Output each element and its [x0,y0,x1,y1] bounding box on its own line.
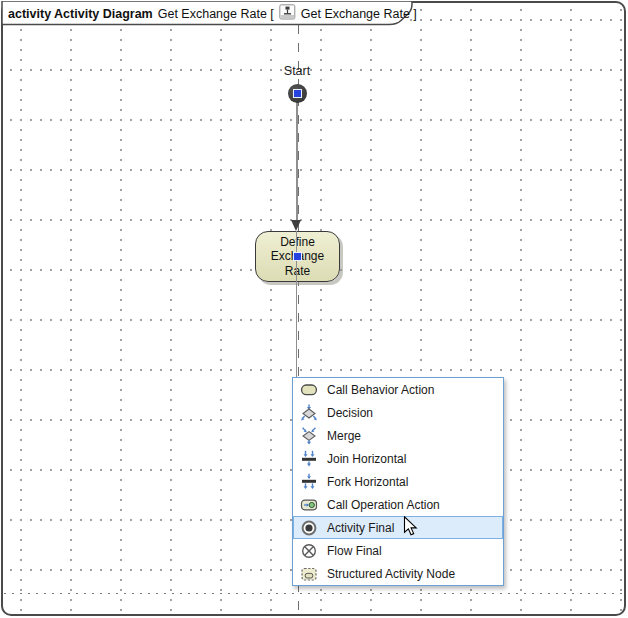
diagram-frame-header[interactable]: activity Activity Diagram Get Exchange R… [1,1,415,26]
call-behavior-action-icon [300,381,318,399]
merge-icon [300,427,318,445]
menu-item-call-behavior-action[interactable]: Call Behavior Action [293,378,503,401]
menu-item-label: Decision [327,406,373,420]
activity-diagram-icon [279,4,296,23]
menu-item-label: Merge [327,429,361,443]
element-type-context-menu: Call Behavior Action Decision [292,377,504,586]
diagram-kind-label: activity Activity Diagram [8,7,153,21]
menu-item-fork-horizontal[interactable]: Fork Horizontal [293,470,503,493]
menu-item-label: Flow Final [327,544,382,558]
control-flow-arrowhead [291,220,301,231]
initial-node-label: Start [267,64,327,78]
call-operation-action-icon [300,496,318,514]
menu-item-label: Join Horizontal [327,452,406,466]
decision-icon [300,404,318,422]
mouse-cursor-icon [403,516,423,542]
selection-handle-action[interactable] [294,253,301,260]
menu-item-flow-final[interactable]: Flow Final [293,539,503,562]
menu-item-decision[interactable]: Decision [293,401,503,424]
menu-item-label: Call Behavior Action [327,383,434,397]
action-node-label-line: Define [280,235,315,250]
menu-item-structured-activity-node[interactable]: Structured Activity Node [293,562,503,585]
structured-activity-node-icon [300,565,318,583]
menu-item-merge[interactable]: Merge [293,424,503,447]
activity-final-icon [300,519,318,537]
fork-horizontal-icon [300,473,318,491]
horizontal-page-break-line [4,593,624,594]
menu-item-activity-final[interactable]: Activity Final [293,516,503,539]
flow-final-icon [300,542,318,560]
diagram-editor: activity Activity Diagram Get Exchange R… [0,0,628,618]
action-node-label-line: Rate [285,264,310,279]
control-flow-edge[interactable] [296,101,298,222]
menu-item-label: Fork Horizontal [327,475,408,489]
menu-item-join-horizontal[interactable]: Join Horizontal [293,447,503,470]
menu-item-label: Structured Activity Node [327,567,455,581]
menu-item-label: Activity Final [327,521,394,535]
menu-item-call-operation-action[interactable]: Call Operation Action [293,493,503,516]
diagram-context-label: Get Exchange Rate ] [301,7,417,21]
join-horizontal-icon [300,450,318,468]
selection-handle-initial[interactable] [294,90,301,97]
menu-item-label: Call Operation Action [327,498,440,512]
diagram-name-label: Get Exchange Rate [ [158,7,274,21]
